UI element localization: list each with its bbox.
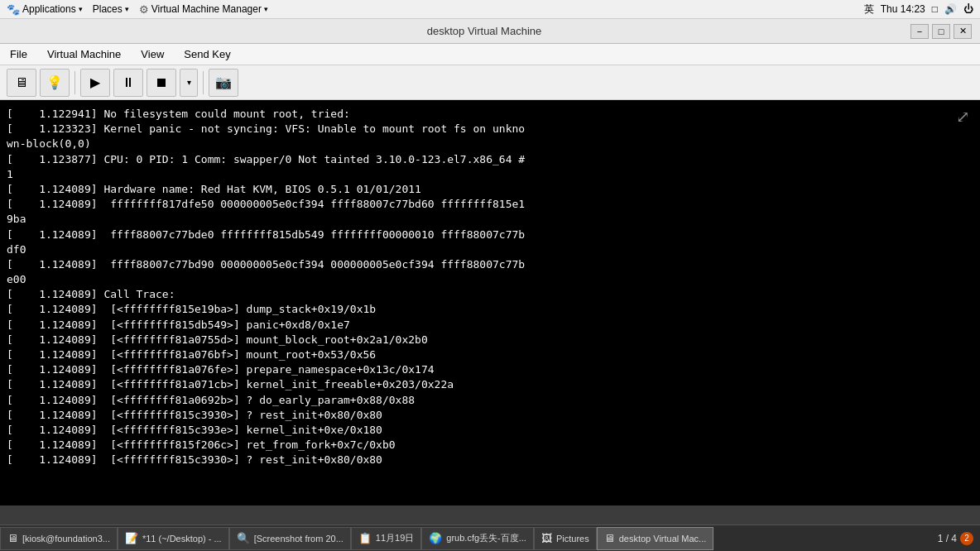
stop-button[interactable]: ⏹ xyxy=(147,69,176,97)
stop-icon: ⏹ xyxy=(155,75,168,90)
taskbar: 🖥 [kiosk@foundation3... 📝 *11 (~/Desktop… xyxy=(0,525,980,551)
toolbar-separator-2 xyxy=(203,71,204,94)
pictures-task-icon: 🖼 xyxy=(541,532,552,544)
vm-screen[interactable]: [ 1.122941] No filesystem could mount ro… xyxy=(0,100,980,505)
display-icon: □ xyxy=(932,3,938,15)
pager-text: 1 / 4 xyxy=(938,533,957,544)
menu-bar: File Virtual Machine View Send Key xyxy=(0,44,980,65)
calendar-task-icon: 📋 xyxy=(358,532,372,544)
language-indicator[interactable]: 英 xyxy=(864,2,874,17)
editor-task-icon: 📝 xyxy=(125,532,138,544)
vm-task-label: desktop Virtual Mac... xyxy=(619,534,707,544)
vm-manager-menu[interactable]: ⚙ Virtual Machine Manager ▾ xyxy=(139,3,268,16)
toolbar: 🖥 💡 ▶ ⏸ ⏹ ▾ 📷 xyxy=(0,65,980,100)
taskbar-item-screenshot[interactable]: 🔍 [Screenshot from 20... xyxy=(229,527,351,550)
terminal-task-label: [kiosk@foundation3... xyxy=(22,534,110,544)
browser-task-label: grub.cfg丢失-百度... xyxy=(446,532,526,544)
toolbar-separator-1 xyxy=(74,71,75,94)
monitor-button[interactable]: 🖥 xyxy=(7,69,36,97)
vm-manager-label: Virtual Machine Manager xyxy=(151,3,262,15)
system-bar: 🐾 Applications ▾ Places ▾ ⚙ Virtual Mach… xyxy=(0,0,980,19)
send-key-menu[interactable]: Send Key xyxy=(180,46,233,62)
vm-task-icon: 🖥 xyxy=(604,532,615,544)
window-controls: − □ ✕ xyxy=(910,24,972,39)
terminal-task-icon: 🖥 xyxy=(7,532,18,544)
taskbar-item-vm[interactable]: 🖥 desktop Virtual Mac... xyxy=(597,527,714,550)
volume-icon[interactable]: 🔊 xyxy=(944,3,957,15)
title-bar: desktop Virtual Machine − □ ✕ xyxy=(0,19,980,44)
system-bar-right: 英 Thu 14:23 □ 🔊 ⏻ xyxy=(864,2,973,17)
file-menu[interactable]: File xyxy=(7,46,31,62)
vm-manager-dropdown-arrow: ▾ xyxy=(264,5,268,13)
taskbar-item-calendar[interactable]: 📋 11月19日 xyxy=(351,527,421,550)
minimize-button[interactable]: − xyxy=(910,24,929,39)
applications-label: Applications xyxy=(22,3,76,15)
light-icon: 💡 xyxy=(46,74,63,90)
taskbar-item-terminal[interactable]: 🖥 [kiosk@foundation3... xyxy=(0,527,118,550)
screenshot-task-label: [Screenshot from 20... xyxy=(254,534,343,544)
virtual-machine-menu[interactable]: Virtual Machine xyxy=(44,46,124,62)
calendar-task-label: 11月19日 xyxy=(376,532,414,544)
taskbar-item-pictures[interactable]: 🖼 Pictures xyxy=(534,527,597,550)
places-label: Places xyxy=(93,3,122,15)
places-menu[interactable]: Places ▾ xyxy=(93,3,129,15)
pictures-task-label: Pictures xyxy=(556,534,589,544)
system-bar-left: 🐾 Applications ▾ Places ▾ ⚙ Virtual Mach… xyxy=(7,3,268,16)
pause-icon: ⏸ xyxy=(122,75,135,90)
power-dropdown[interactable]: ▾ xyxy=(180,69,198,97)
window-title: desktop Virtual Machine xyxy=(58,25,910,37)
applications-menu[interactable]: 🐾 Applications ▾ xyxy=(7,3,83,16)
taskbar-item-editor[interactable]: 📝 *11 (~/Desktop) - ... xyxy=(118,527,229,550)
play-icon: ▶ xyxy=(90,74,100,90)
restore-button[interactable]: □ xyxy=(932,24,950,39)
browser-task-icon: 🌍 xyxy=(429,532,442,544)
power-icon[interactable]: ⏻ xyxy=(963,3,973,15)
screenshot-task-icon: 🔍 xyxy=(237,532,250,544)
monitor-icon: 🖥 xyxy=(15,75,28,90)
close-button[interactable]: ✕ xyxy=(954,24,972,39)
screenshot-icon: 📷 xyxy=(215,74,232,90)
terminal-output: [ 1.122941] No filesystem could mount ro… xyxy=(0,107,980,468)
pause-button[interactable]: ⏸ xyxy=(113,69,143,97)
pager-badge: 2 xyxy=(960,532,973,545)
places-dropdown-arrow: ▾ xyxy=(125,5,129,13)
clock: Thu 14:23 xyxy=(881,3,925,15)
screenshot-button[interactable]: 📷 xyxy=(209,69,238,97)
dropdown-arrow-icon: ▾ xyxy=(187,78,191,87)
applications-dropdown-arrow: ▾ xyxy=(79,5,83,13)
editor-task-label: *11 (~/Desktop) - ... xyxy=(142,534,222,544)
light-button[interactable]: 💡 xyxy=(40,69,70,97)
play-button[interactable]: ▶ xyxy=(80,69,110,97)
task-pager: 1 / 4 2 xyxy=(931,532,980,545)
fullscreen-icon[interactable]: ⤢ xyxy=(956,107,970,127)
view-menu[interactable]: View xyxy=(137,46,167,62)
taskbar-item-browser[interactable]: 🌍 grub.cfg丢失-百度... xyxy=(421,527,534,550)
